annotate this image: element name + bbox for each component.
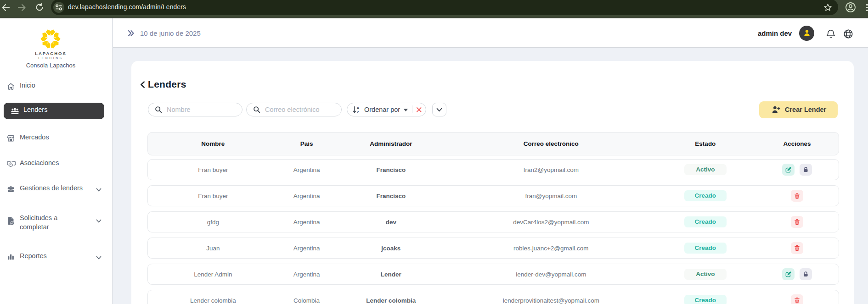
svg-text:A: A	[356, 106, 359, 110]
svg-text:Z: Z	[357, 110, 359, 114]
